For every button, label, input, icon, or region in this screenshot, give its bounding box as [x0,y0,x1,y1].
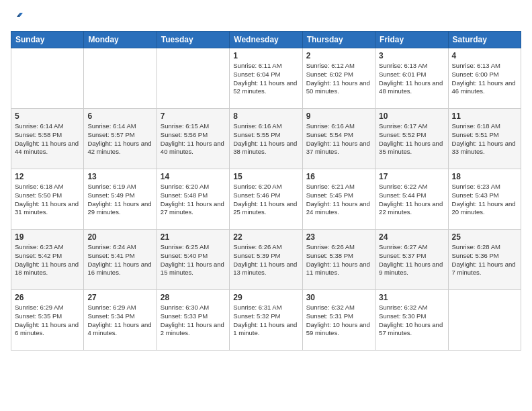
calendar-cell: 1Sunrise: 6:11 AM Sunset: 6:04 PM Daylig… [230,48,302,109]
weekday-header-wednesday: Wednesday [230,32,302,48]
day-number: 20 [87,232,152,242]
calendar-cell: 2Sunrise: 6:12 AM Sunset: 6:02 PM Daylig… [302,48,375,109]
day-info: Sunrise: 6:13 AM Sunset: 6:00 PM Dayligh… [452,62,517,96]
calendar-cell: 26Sunrise: 6:29 AM Sunset: 5:35 PM Dayli… [11,290,84,351]
calendar-cell: 30Sunrise: 6:32 AM Sunset: 5:31 PM Dayli… [302,290,375,351]
calendar-cell: 16Sunrise: 6:21 AM Sunset: 5:45 PM Dayli… [302,169,375,230]
day-number: 26 [15,293,80,302]
day-number: 24 [379,232,444,242]
calendar-cell: 28Sunrise: 6:30 AM Sunset: 5:33 PM Dayli… [157,290,229,351]
day-number: 22 [233,232,298,242]
day-info: Sunrise: 6:24 AM Sunset: 5:41 PM Dayligh… [87,243,152,277]
day-number: 1 [233,51,298,60]
day-number: 13 [87,172,152,181]
day-info: Sunrise: 6:23 AM Sunset: 5:42 PM Dayligh… [15,243,80,277]
calendar-cell: 6Sunrise: 6:14 AM Sunset: 5:57 PM Daylig… [84,109,157,169]
day-number: 4 [452,51,517,60]
day-info: Sunrise: 6:25 AM Sunset: 5:40 PM Dayligh… [161,243,226,277]
day-number: 14 [161,172,226,181]
day-info: Sunrise: 6:16 AM Sunset: 5:55 PM Dayligh… [233,122,298,156]
calendar-cell: 20Sunrise: 6:24 AM Sunset: 5:41 PM Dayli… [84,230,157,290]
day-number: 19 [15,232,80,242]
day-number: 29 [233,293,298,302]
calendar-cell: 5Sunrise: 6:14 AM Sunset: 5:58 PM Daylig… [11,109,84,169]
day-info: Sunrise: 6:16 AM Sunset: 5:54 PM Dayligh… [306,122,371,156]
weekday-header-friday: Friday [375,32,448,48]
day-number: 27 [87,293,152,302]
day-number: 21 [161,232,226,242]
calendar-table: SundayMondayTuesdayWednesdayThursdayFrid… [11,31,521,351]
calendar-week-2: 5Sunrise: 6:14 AM Sunset: 5:58 PM Daylig… [11,109,521,169]
calendar-cell: 24Sunrise: 6:27 AM Sunset: 5:37 PM Dayli… [375,230,448,290]
day-info: Sunrise: 6:13 AM Sunset: 6:01 PM Dayligh… [379,62,444,96]
day-number: 10 [379,111,444,121]
calendar-header: SundayMondayTuesdayWednesdayThursdayFrid… [11,32,521,48]
day-number: 7 [161,111,226,121]
day-number: 2 [306,51,371,60]
calendar-cell: 27Sunrise: 6:29 AM Sunset: 5:34 PM Dayli… [84,290,157,351]
calendar-week-4: 19Sunrise: 6:23 AM Sunset: 5:42 PM Dayli… [11,230,521,290]
logo [11,11,26,23]
day-info: Sunrise: 6:12 AM Sunset: 6:02 PM Dayligh… [306,62,371,96]
page-header [11,11,521,23]
day-info: Sunrise: 6:15 AM Sunset: 5:56 PM Dayligh… [161,122,226,156]
calendar-cell: 3Sunrise: 6:13 AM Sunset: 6:01 PM Daylig… [375,48,448,109]
day-info: Sunrise: 6:14 AM Sunset: 5:57 PM Dayligh… [87,122,152,156]
day-number: 30 [306,293,371,302]
day-info: Sunrise: 6:26 AM Sunset: 5:38 PM Dayligh… [306,243,371,277]
day-info: Sunrise: 6:18 AM Sunset: 5:51 PM Dayligh… [452,122,517,156]
day-info: Sunrise: 6:29 AM Sunset: 5:35 PM Dayligh… [15,304,80,338]
day-number: 16 [306,172,371,181]
svg-marker-0 [20,13,24,17]
weekday-header-thursday: Thursday [302,32,375,48]
calendar-cell: 22Sunrise: 6:26 AM Sunset: 5:39 PM Dayli… [230,230,302,290]
calendar-week-5: 26Sunrise: 6:29 AM Sunset: 5:35 PM Dayli… [11,290,521,351]
weekday-header-row: SundayMondayTuesdayWednesdayThursdayFrid… [11,32,521,48]
calendar-week-3: 12Sunrise: 6:18 AM Sunset: 5:50 PM Dayli… [11,169,521,230]
calendar-cell: 11Sunrise: 6:18 AM Sunset: 5:51 PM Dayli… [448,109,521,169]
day-number: 9 [306,111,371,121]
day-number: 25 [452,232,517,242]
calendar-cell: 29Sunrise: 6:31 AM Sunset: 5:32 PM Dayli… [230,290,302,351]
day-number: 31 [379,293,444,302]
day-info: Sunrise: 6:32 AM Sunset: 5:31 PM Dayligh… [306,304,371,338]
calendar-cell: 19Sunrise: 6:23 AM Sunset: 5:42 PM Dayli… [11,230,84,290]
day-info: Sunrise: 6:29 AM Sunset: 5:34 PM Dayligh… [87,304,152,338]
calendar-cell [11,48,84,109]
day-info: Sunrise: 6:22 AM Sunset: 5:44 PM Dayligh… [379,183,444,217]
calendar-body: 1Sunrise: 6:11 AM Sunset: 6:04 PM Daylig… [11,48,521,351]
calendar-cell: 14Sunrise: 6:20 AM Sunset: 5:48 PM Dayli… [157,169,229,230]
calendar-cell: 7Sunrise: 6:15 AM Sunset: 5:56 PM Daylig… [157,109,229,169]
calendar-cell: 25Sunrise: 6:28 AM Sunset: 5:36 PM Dayli… [448,230,521,290]
day-number: 17 [379,172,444,181]
calendar-cell: 13Sunrise: 6:19 AM Sunset: 5:49 PM Dayli… [84,169,157,230]
calendar-cell: 15Sunrise: 6:20 AM Sunset: 5:46 PM Dayli… [230,169,302,230]
weekday-header-sunday: Sunday [11,32,84,48]
weekday-header-monday: Monday [84,32,157,48]
day-number: 12 [15,172,80,181]
logo-icon [11,11,23,23]
weekday-header-tuesday: Tuesday [157,32,229,48]
weekday-header-saturday: Saturday [448,32,521,48]
day-number: 18 [452,172,517,181]
day-number: 15 [233,172,298,181]
day-info: Sunrise: 6:31 AM Sunset: 5:32 PM Dayligh… [233,304,298,338]
day-info: Sunrise: 6:30 AM Sunset: 5:33 PM Dayligh… [161,304,226,338]
day-info: Sunrise: 6:26 AM Sunset: 5:39 PM Dayligh… [233,243,298,277]
day-number: 5 [15,111,80,121]
day-number: 8 [233,111,298,121]
day-info: Sunrise: 6:14 AM Sunset: 5:58 PM Dayligh… [15,122,80,156]
calendar-cell: 12Sunrise: 6:18 AM Sunset: 5:50 PM Dayli… [11,169,84,230]
calendar-cell [157,48,229,109]
calendar-cell [84,48,157,109]
calendar-cell [448,290,521,351]
day-info: Sunrise: 6:27 AM Sunset: 5:37 PM Dayligh… [379,243,444,277]
calendar-cell: 31Sunrise: 6:32 AM Sunset: 5:30 PM Dayli… [375,290,448,351]
calendar-cell: 9Sunrise: 6:16 AM Sunset: 5:54 PM Daylig… [302,109,375,169]
day-info: Sunrise: 6:21 AM Sunset: 5:45 PM Dayligh… [306,183,371,217]
calendar-cell: 8Sunrise: 6:16 AM Sunset: 5:55 PM Daylig… [230,109,302,169]
day-number: 3 [379,51,444,60]
day-info: Sunrise: 6:32 AM Sunset: 5:30 PM Dayligh… [379,304,444,338]
day-info: Sunrise: 6:17 AM Sunset: 5:52 PM Dayligh… [379,122,444,156]
svg-marker-1 [17,13,20,17]
